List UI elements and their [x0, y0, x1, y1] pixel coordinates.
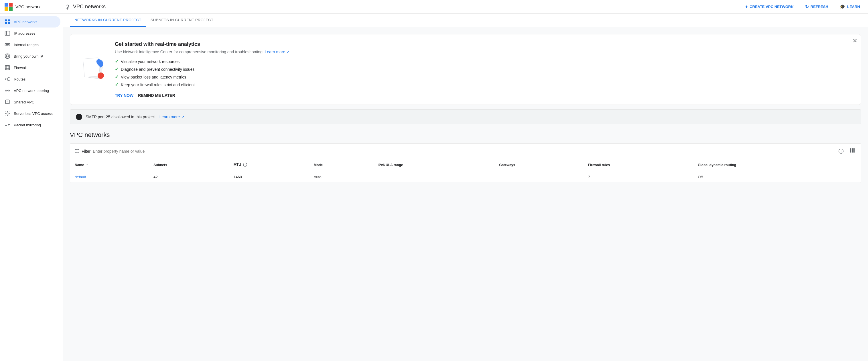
google-logo — [5, 3, 12, 11]
sidebar-item-bring-your-own-ip[interactable]: Bring your own IP — [0, 51, 60, 62]
sidebar-item-shared-vpc[interactable]: Shared VPC — [0, 96, 60, 108]
svg-rect-26 — [854, 148, 855, 153]
sidebar-item-vpc-networks[interactable]: VPC networks — [0, 16, 60, 28]
check-icon-1: ✓ — [115, 66, 119, 72]
cell-subnets: 42 — [149, 171, 229, 183]
info-icon: i — [76, 114, 82, 120]
svg-rect-4 — [5, 31, 10, 35]
analytics-checklist: ✓Visualize your network resources ✓Diagn… — [115, 59, 852, 87]
cell-firewall-rules: 7 — [583, 171, 693, 183]
firewall-icon — [5, 65, 10, 70]
check-icon-0: ✓ — [115, 59, 119, 64]
cell-global-dynamic-routing: Off — [693, 171, 861, 183]
filter-icon: ☷ — [75, 148, 79, 154]
table-header-row: Name ↑ Subnets MTU ⓘ — [70, 159, 861, 171]
try-now-button[interactable]: TRY NOW — [115, 93, 133, 98]
col-ipv6-ula-range: IPv6 ULA range — [373, 159, 494, 171]
check-icon-3: ✓ — [115, 82, 119, 87]
cell-mtu: 1460 — [229, 171, 309, 183]
app-title: VPC network — [16, 4, 41, 9]
cell-ipv6-ula-range — [373, 171, 494, 183]
sidebar-item-serverless-vpc-access[interactable]: Serverless VPC access — [0, 108, 60, 119]
refresh-icon: ↻ — [805, 4, 809, 9]
sidebar-label-vpc-network-peering: VPC network peering — [14, 89, 49, 93]
main-layout: VPC networks IP addresses Internal range… — [0, 14, 868, 361]
col-name: Name ↑ — [70, 159, 149, 171]
cell-mode: Auto — [309, 171, 373, 183]
graduation-icon: 🎓 — [840, 4, 845, 9]
packet-mirroring-icon — [5, 122, 10, 128]
plus-icon: + — [745, 4, 748, 9]
col-mode: Mode — [309, 159, 373, 171]
sidebar-item-routes[interactable]: Routes — [0, 73, 60, 85]
logo-area: VPC network — [5, 3, 62, 11]
content-area: NETWORKS IN CURRENT PROJECT SUBNETS IN C… — [63, 14, 868, 361]
table: Name ↑ Subnets MTU ⓘ — [70, 159, 861, 183]
sidebar-label-ip-addresses: IP addresses — [14, 31, 35, 35]
header-actions: + CREATE VPC NETWORK ↻ REFRESH 🎓 LEARN — [742, 2, 863, 11]
card-actions: TRY NOW REMIND ME LATER — [115, 93, 852, 98]
smtp-banner: i SMTP port 25 disallowed in this projec… — [70, 110, 861, 124]
analytics-illustration — [79, 41, 108, 98]
cell-gateways — [494, 171, 583, 183]
vpc-networks-icon — [5, 19, 10, 25]
svg-point-17 — [8, 90, 10, 91]
sidebar-item-internal-ranges[interactable]: Internal ranges — [0, 39, 60, 51]
bring-own-ip-icon — [5, 53, 10, 59]
mtu-help-icon[interactable]: ⓘ — [243, 162, 247, 167]
tab-subnets-current[interactable]: SUBNETS IN CURRENT PROJECT — [146, 14, 218, 27]
col-global-dynamic-routing: Global dynamic routing — [693, 159, 861, 171]
table-row: default 42 1460 Auto 7 Off — [70, 171, 861, 183]
col-gateways: Gateways — [494, 159, 583, 171]
learn-more-smtp-link[interactable]: Learn more ↗ — [159, 115, 184, 119]
learn-more-analytics-link[interactable]: Learn more ↗ — [265, 50, 290, 54]
refresh-button[interactable]: ↻ REFRESH — [802, 2, 832, 11]
filter-input[interactable] — [93, 149, 835, 154]
sidebar-label-serverless-vpc-access: Serverless VPC access — [14, 112, 53, 116]
learn-button[interactable]: 🎓 LEARN — [836, 2, 863, 11]
col-mtu: MTU ⓘ — [229, 159, 309, 171]
remind-me-later-button[interactable]: REMIND ME LATER — [138, 93, 175, 98]
ip-addresses-icon — [5, 30, 10, 36]
sort-icon[interactable]: ↑ — [86, 163, 88, 167]
sidebar-label-shared-vpc: Shared VPC — [14, 100, 34, 104]
filter-actions: ⓘ — [837, 146, 856, 156]
checklist-item-2: ✓View packet loss and latency metrics — [115, 74, 852, 80]
columns-toggle-button[interactable] — [848, 146, 856, 156]
tab-networks-current[interactable]: NETWORKS IN CURRENT PROJECT — [70, 14, 146, 27]
check-icon-2: ✓ — [115, 74, 119, 80]
sidebar-label-packet-mirroring: Packet mirroring — [14, 123, 41, 127]
sidebar-item-vpc-network-peering[interactable]: VPC network peering — [0, 85, 60, 96]
close-analytics-card-button[interactable]: ✕ — [852, 38, 858, 43]
vpc-networks-section: VPC networks ☷ Filter ⓘ — [70, 131, 861, 183]
shared-vpc-icon — [5, 99, 10, 105]
notifications-icon[interactable]: ⚳ — [65, 3, 69, 10]
svg-point-21 — [7, 113, 8, 114]
top-header: VPC network ⚳ VPC networks + CREATE VPC … — [0, 0, 868, 14]
peering-icon — [5, 88, 10, 93]
svg-rect-1 — [8, 20, 10, 22]
vpc-networks-table: Name ↑ Subnets MTU ⓘ — [70, 159, 861, 183]
checklist-item-3: ✓Keep your firewall rules strict and eff… — [115, 82, 852, 87]
routes-icon — [5, 76, 10, 82]
col-firewall-rules: Firewall rules — [583, 159, 693, 171]
analytics-content: Get started with real-time analytics Use… — [115, 41, 852, 98]
sidebar-label-vpc-networks: VPC networks — [14, 20, 37, 24]
sidebar-label-firewall: Firewall — [14, 66, 27, 70]
sidebar-item-firewall[interactable]: Firewall — [0, 62, 60, 73]
internal-ranges-icon — [5, 42, 10, 48]
sidebar-item-ip-addresses[interactable]: IP addresses — [0, 28, 60, 39]
svg-rect-11 — [5, 66, 10, 70]
svg-point-16 — [5, 90, 7, 91]
svg-rect-25 — [852, 148, 853, 153]
help-filter-button[interactable]: ⓘ — [837, 146, 845, 156]
serverless-icon — [5, 111, 10, 116]
sidebar-item-packet-mirroring[interactable]: Packet mirroring — [0, 119, 60, 131]
sidebar-label-routes: Routes — [14, 77, 26, 81]
sidebar-label-internal-ranges: Internal ranges — [14, 43, 39, 47]
svg-rect-24 — [850, 148, 851, 153]
network-name-link[interactable]: default — [75, 175, 86, 179]
content-inner: Get started with real-time analytics Use… — [63, 27, 868, 190]
create-vpc-network-button[interactable]: + CREATE VPC NETWORK — [742, 3, 797, 11]
col-subnets: Subnets — [149, 159, 229, 171]
